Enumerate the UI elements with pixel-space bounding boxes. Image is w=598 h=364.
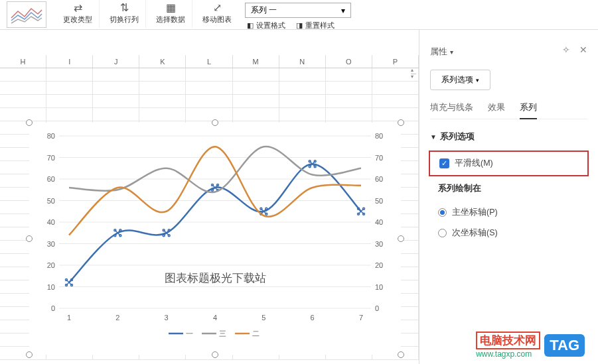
svg-text:50: 50 <box>47 197 55 205</box>
svg-text:10: 10 <box>375 283 383 291</box>
svg-text:6: 6 <box>311 314 315 322</box>
svg-text:60: 60 <box>375 175 383 183</box>
column-header[interactable]: J <box>93 55 139 68</box>
section-plot-on: 系列绘制在 <box>438 183 587 194</box>
spreadsheet-area[interactable]: HIJKLMNOP ▴—▾ 00101020203030404050506060… <box>0 30 419 364</box>
watermark: 电脑技术网 www.tagxp.com TAG <box>476 332 585 359</box>
resize-handle[interactable] <box>398 351 404 358</box>
secondary-axis-option[interactable]: 次坐标轴(S) <box>430 223 587 243</box>
svg-text:2: 2 <box>115 314 119 322</box>
section-series-options[interactable]: ▼ 系列选项 <box>430 131 587 143</box>
column-header[interactable]: H <box>0 55 46 68</box>
svg-text:10: 10 <box>47 283 55 291</box>
chart-type-thumbnail[interactable] <box>7 1 46 28</box>
column-header[interactable]: P <box>372 55 419 68</box>
svg-text:20: 20 <box>375 261 383 269</box>
change-type-icon: ⇄ <box>74 0 82 15</box>
secondary-axis-label: 次坐标轴(S) <box>452 227 498 239</box>
smooth-line-option[interactable]: ✓ 平滑线(M) <box>431 153 581 174</box>
resize-handle[interactable] <box>212 351 218 358</box>
svg-text:0: 0 <box>51 304 55 312</box>
svg-text:图表标题极光下载站: 图表标题极光下载站 <box>165 272 266 284</box>
highlight-annotation: ✓ 平滑线(M) <box>429 151 589 176</box>
series-options-button[interactable]: 系列选项 ▾ <box>430 70 490 90</box>
pin-icon[interactable]: ✧ <box>562 44 570 55</box>
svg-text:1: 1 <box>67 314 71 322</box>
chevron-down-icon: ▾ <box>341 6 345 15</box>
series-dropdown-label: 系列 一 <box>251 5 277 16</box>
svg-point-39 <box>71 284 73 286</box>
svg-text:5: 5 <box>262 314 265 322</box>
panel-tabs: 填充与线条 效果 系列 <box>430 102 587 119</box>
column-header[interactable]: N <box>279 55 326 68</box>
svg-text:20: 20 <box>47 261 55 269</box>
resize-handle[interactable] <box>26 351 33 358</box>
svg-point-51 <box>168 235 170 237</box>
svg-text:50: 50 <box>375 197 383 205</box>
tab-effect[interactable]: 效果 <box>488 102 505 113</box>
svg-text:40: 40 <box>375 218 383 226</box>
resize-handle[interactable] <box>398 235 404 242</box>
resize-handle[interactable] <box>398 119 404 126</box>
switch-row-col-button[interactable]: ⇅ 切换行列 <box>103 0 146 28</box>
chevron-down-icon[interactable]: ▾ <box>450 48 453 56</box>
series-dropdown[interactable]: 系列 一 ▾ <box>245 3 351 18</box>
column-header[interactable]: I <box>46 55 93 68</box>
column-headers: HIJKLMNOP <box>0 55 419 68</box>
svg-text:4: 4 <box>213 314 217 322</box>
column-header[interactable]: L <box>186 55 232 68</box>
toolbar: ⇄ 更改类型 ⇅ 切换行列 ▦ 选择数据 ⤢ 移动图表 系列 一 ▾ ◧设置格式… <box>0 0 598 30</box>
svg-text:70: 70 <box>47 154 55 162</box>
column-header[interactable]: M <box>233 55 279 68</box>
tag-badge: TAG <box>544 334 585 357</box>
svg-text:40: 40 <box>47 218 55 226</box>
chevron-down-icon: ▾ <box>476 77 479 84</box>
svg-text:3: 3 <box>165 314 169 322</box>
watermark-title: 电脑技术网 <box>476 332 540 349</box>
svg-text:7: 7 <box>359 314 363 322</box>
reset-style-button[interactable]: ◨重置样式 <box>291 21 340 30</box>
column-header[interactable]: K <box>139 55 186 68</box>
resize-handle[interactable] <box>26 235 33 242</box>
switch-label: 切换行列 <box>110 15 139 25</box>
svg-text:30: 30 <box>375 240 383 248</box>
resize-handle[interactable] <box>26 119 33 126</box>
move-chart-label: 移动图表 <box>202 15 232 25</box>
svg-text:80: 80 <box>375 132 383 140</box>
checkbox-checked-icon[interactable]: ✓ <box>439 158 449 168</box>
properties-panel: 属性 ▾ ✧ ✕ 系列选项 ▾ 填充与线条 效果 系列 ▼ 系列选项 ✓ 平滑线… <box>419 30 598 364</box>
select-data-label: 选择数据 <box>156 15 185 25</box>
watermark-url: www.tagxp.com <box>476 349 532 359</box>
chart-object[interactable]: 0010102020303040405050606070708080123456… <box>29 123 401 355</box>
format-icon: ◧ <box>247 21 254 30</box>
primary-axis-option[interactable]: 主坐标轴(P) <box>430 202 587 223</box>
change-type-label: 更改类型 <box>63 15 92 25</box>
svg-text:二: 二 <box>252 330 260 337</box>
svg-text:三: 三 <box>219 330 226 337</box>
svg-text:0: 0 <box>375 304 379 312</box>
resize-handle[interactable] <box>212 119 218 126</box>
svg-text:80: 80 <box>47 132 55 140</box>
column-header[interactable]: O <box>326 55 372 68</box>
smooth-line-label: 平滑线(M) <box>455 158 493 169</box>
svg-text:一: 一 <box>186 330 193 337</box>
close-icon[interactable]: ✕ <box>579 44 587 55</box>
select-data-icon: ▦ <box>166 0 176 15</box>
select-data-button[interactable]: ▦ 选择数据 <box>149 0 192 28</box>
svg-point-49 <box>168 229 170 231</box>
change-type-button[interactable]: ⇄ 更改类型 <box>56 0 100 28</box>
set-format-button[interactable]: ◧设置格式 <box>242 21 291 30</box>
move-chart-button[interactable]: ⤢ 移动图表 <box>196 0 238 28</box>
radio-checked-icon[interactable] <box>438 208 447 217</box>
tab-fill[interactable]: 填充与线条 <box>430 102 473 113</box>
radio-icon[interactable] <box>438 229 447 237</box>
switch-icon: ⇅ <box>120 0 129 15</box>
svg-text:60: 60 <box>47 175 55 183</box>
reset-icon: ◨ <box>296 21 303 30</box>
svg-text:30: 30 <box>47 240 55 248</box>
svg-text:70: 70 <box>375 154 383 162</box>
primary-axis-label: 主坐标轴(P) <box>452 207 498 218</box>
tab-series[interactable]: 系列 <box>520 102 537 119</box>
chart-plot[interactable]: 0010102020303040405050606070708080123456… <box>29 123 401 355</box>
collapse-icon: ▼ <box>430 133 437 141</box>
